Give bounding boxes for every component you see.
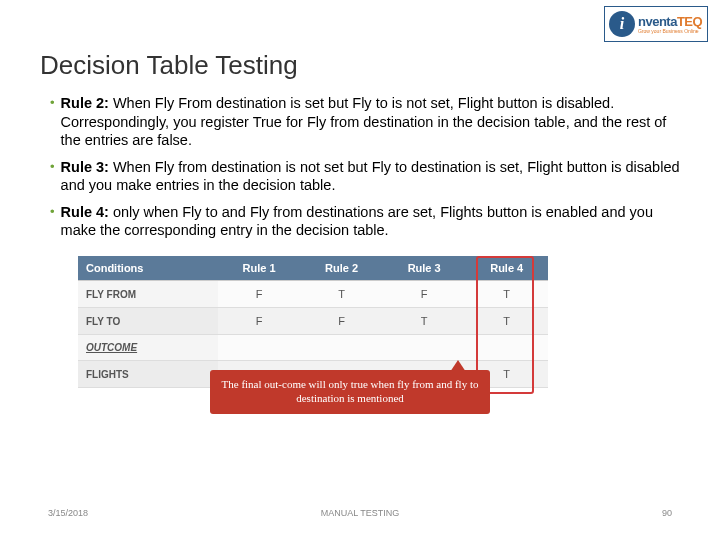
- bullet-body: When Fly From destination is set but Fly…: [61, 95, 667, 148]
- cell: T: [465, 281, 548, 308]
- outcome-label: OUTCOME: [78, 335, 218, 361]
- bullet-icon: •: [50, 95, 55, 150]
- bullet-body: When Fly from destination is not set but…: [61, 159, 680, 194]
- bullet-lead: Rule 3:: [61, 159, 109, 175]
- bullet-icon: •: [50, 204, 55, 240]
- cell: T: [300, 281, 383, 308]
- col-rule4: Rule 4: [465, 256, 548, 281]
- row-label: FLY TO: [78, 308, 218, 335]
- row-label: FLY FROM: [78, 281, 218, 308]
- brand-logo: i nventaTEQ Grow your Business Online: [604, 6, 708, 42]
- bullet-item: • Rule 2: When Fly From destination is s…: [50, 94, 680, 150]
- col-rule1: Rule 1: [218, 256, 301, 281]
- bullet-body: only when Fly to and Fly from destinatio…: [61, 204, 653, 239]
- logo-tagline: Grow your Business Online: [638, 29, 702, 34]
- cell: F: [218, 281, 301, 308]
- logo-name-part1: nventa: [638, 14, 677, 29]
- col-rule2: Rule 2: [300, 256, 383, 281]
- bullet-lead: Rule 4:: [61, 204, 109, 220]
- callout-bubble: The final out-come will only true when f…: [210, 370, 490, 414]
- bullet-item: • Rule 4: only when Fly to and Fly from …: [50, 203, 680, 240]
- bullet-list: • Rule 2: When Fly From destination is s…: [50, 94, 680, 248]
- cell: T: [465, 308, 548, 335]
- table-header-row: Conditions Rule 1 Rule 2 Rule 3 Rule 4: [78, 256, 548, 281]
- slide-title: Decision Table Testing: [40, 50, 298, 81]
- cell: T: [383, 308, 466, 335]
- row-label: FLIGHTS: [78, 361, 218, 388]
- table-row: FLY FROM F T F T: [78, 281, 548, 308]
- bullet-icon: •: [50, 159, 55, 195]
- outcome-header-row: OUTCOME: [78, 335, 548, 361]
- bullet-item: • Rule 3: When Fly from destination is n…: [50, 158, 680, 195]
- footer-date: 3/15/2018: [48, 508, 88, 518]
- slide-footer: 3/15/2018 MANUAL TESTING 90: [0, 508, 720, 518]
- bullet-lead: Rule 2:: [61, 95, 109, 111]
- col-conditions: Conditions: [78, 256, 218, 281]
- footer-page-number: 90: [662, 508, 672, 518]
- cell: F: [218, 308, 301, 335]
- col-rule3: Rule 3: [383, 256, 466, 281]
- cell: F: [300, 308, 383, 335]
- table-row: FLY TO F F T T: [78, 308, 548, 335]
- footer-title: MANUAL TESTING: [321, 508, 400, 518]
- cell: F: [383, 281, 466, 308]
- decision-table: Conditions Rule 1 Rule 2 Rule 3 Rule 4 F…: [78, 256, 548, 388]
- logo-icon: i: [609, 11, 635, 37]
- logo-text: nventaTEQ Grow your Business Online: [638, 15, 702, 34]
- logo-name-part2: TEQ: [677, 14, 702, 29]
